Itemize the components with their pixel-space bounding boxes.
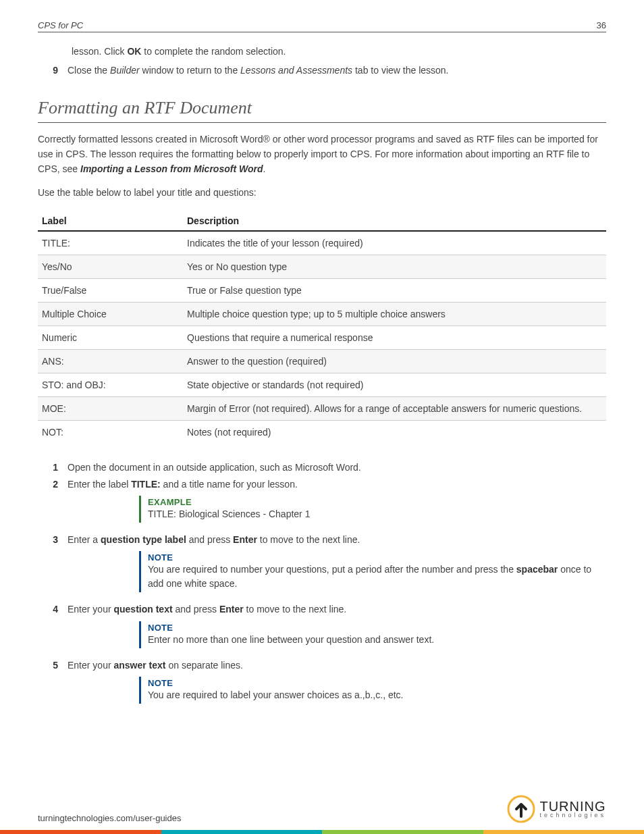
section-intro-2: Use the table below to label your title …	[38, 186, 606, 201]
table-cell-desc: Answer to the question (required)	[183, 350, 606, 373]
list-item: 5Enter your answer text on separate line…	[38, 658, 606, 673]
example-callout: EXAMPLETITLE: Biological Sciences - Chap…	[139, 496, 606, 523]
labels-table: Label Description TITLE:Indicates the ti…	[38, 210, 606, 444]
list-item: 4Enter your question text and press Ente…	[38, 602, 606, 617]
footer-color-bar	[0, 830, 644, 834]
list-item: 9 Close the Builder window to return to …	[38, 63, 606, 78]
table-cell-desc: Notes (not required)	[183, 421, 606, 444]
step-number: 9	[38, 63, 58, 78]
step-number: 2	[38, 477, 58, 492]
callout-body: You are required to label your answer ch…	[148, 688, 599, 702]
table-cell-desc: Indicates the title of your lesson (requ…	[183, 231, 606, 255]
table-row: Multiple ChoiceMultiple choice question …	[38, 303, 606, 326]
step-number: 5	[38, 658, 58, 673]
note-callout: NOTEEnter no more than one line between …	[139, 621, 606, 648]
table-row: NOT:Notes (not required)	[38, 421, 606, 444]
table-cell-desc: State objective or standards (not requir…	[183, 373, 606, 397]
prior-step-list: 9 Close the Builder window to return to …	[38, 63, 606, 78]
table-header-label: Label	[38, 210, 183, 231]
table-cell-label: Numeric	[38, 326, 183, 350]
footer-link: turningtechnologies.com/user-guides	[38, 813, 181, 823]
page-number: 36	[597, 20, 606, 30]
step-number: 1	[38, 460, 58, 475]
list-item: 1Open the document in an outside applica…	[38, 460, 606, 475]
callout-heading: NOTE	[148, 623, 599, 633]
callout-heading: NOTE	[148, 678, 599, 688]
table-cell-label: Multiple Choice	[38, 303, 183, 326]
logo-text-top: TURNING	[539, 800, 606, 812]
table-header-desc: Description	[183, 210, 606, 231]
callout-body: TITLE: Biological Sciences - Chapter 1	[148, 507, 599, 521]
step-body: Enter your answer text on separate lines…	[68, 658, 606, 673]
step-number: 3	[38, 532, 58, 547]
table-row: True/FalseTrue or False question type	[38, 279, 606, 303]
table-cell-label: True/False	[38, 279, 183, 303]
logo-icon	[507, 795, 535, 823]
table-cell-label: ANS:	[38, 350, 183, 373]
list-item: 3Enter a question type label and press E…	[38, 532, 606, 547]
step-body: Open the document in an outside applicat…	[68, 460, 606, 475]
step-body: Close the Builder window to return to th…	[68, 63, 606, 78]
callout-body: Enter no more than one line between your…	[148, 633, 599, 647]
table-cell-label: TITLE:	[38, 231, 183, 255]
callout-body: You are required to number your question…	[148, 563, 599, 591]
step-body: Enter your question text and press Enter…	[68, 602, 606, 617]
continued-text: lesson. Click OK to complete the random …	[72, 45, 606, 59]
table-cell-label: Yes/No	[38, 255, 183, 279]
table-cell-desc: Multiple choice question type; up to 5 m…	[183, 303, 606, 326]
callout-heading: NOTE	[148, 552, 599, 563]
page-footer: turningtechnologies.com/user-guides TURN…	[0, 795, 644, 834]
section-intro-1: Correctly formatted lessons created in M…	[38, 132, 606, 176]
doc-title: CPS for PC	[38, 20, 83, 30]
step-number: 4	[38, 602, 58, 617]
table-cell-desc: Yes or No question type	[183, 255, 606, 279]
step-body: Enter a question type label and press En…	[68, 532, 606, 547]
table-row: NumericQuestions that require a numerica…	[38, 326, 606, 350]
table-cell-label: STO: and OBJ:	[38, 373, 183, 397]
table-cell-label: NOT:	[38, 421, 183, 444]
table-row: TITLE:Indicates the title of your lesson…	[38, 231, 606, 255]
table-cell-label: MOE:	[38, 397, 183, 421]
callout-heading: EXAMPLE	[148, 497, 599, 507]
table-row: ANS:Answer to the question (required)	[38, 350, 606, 373]
table-row: MOE:Margin of Error (not required). Allo…	[38, 397, 606, 421]
logo-text-bottom: technologies	[539, 812, 606, 818]
page-header: CPS for PC 36	[38, 20, 606, 32]
step-body: Enter the label TITLE: and a title name …	[68, 477, 606, 492]
list-item: 2Enter the label TITLE: and a title name…	[38, 477, 606, 492]
table-cell-desc: True or False question type	[183, 279, 606, 303]
note-callout: NOTEYou are required to number your ques…	[139, 551, 606, 592]
note-callout: NOTEYou are required to label your answe…	[139, 677, 606, 704]
table-row: STO: and OBJ:State objective or standard…	[38, 373, 606, 397]
section-heading: Formatting an RTF Document	[38, 98, 606, 123]
table-row: Yes/NoYes or No question type	[38, 255, 606, 279]
table-cell-desc: Questions that require a numerical respo…	[183, 326, 606, 350]
steps-list: 1Open the document in an outside applica…	[38, 460, 606, 704]
company-logo: TURNING technologies	[507, 795, 606, 823]
table-cell-desc: Margin of Error (not required). Allows f…	[183, 397, 606, 421]
